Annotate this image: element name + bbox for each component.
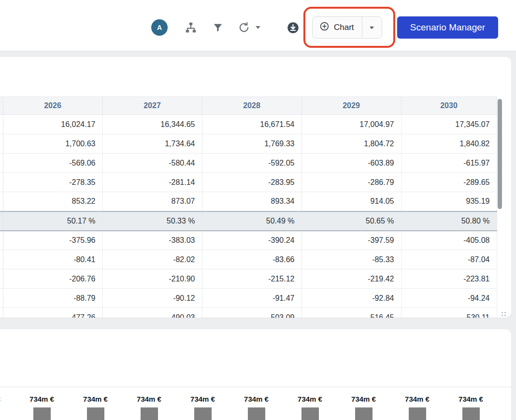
table-row: 853.22873.07893.34914.05935.19: [0, 192, 497, 211]
resize-handle[interactable]: [502, 312, 503, 313]
table-row: 477.26490.03503.09516.45530.11: [0, 308, 497, 318]
table-row: -569.06-580.44-592.05-603.89-615.97: [0, 154, 497, 173]
table-cell: 893.34: [202, 192, 301, 211]
table-card: 20262027202820292030 16,024.1716,344.651…: [0, 57, 511, 318]
table-cell: -592.05: [202, 154, 301, 173]
table-cell: 16,024.17: [3, 115, 102, 134]
bar-value-label: 734m €: [351, 395, 376, 406]
bar-value-label: 734m €: [29, 395, 54, 406]
bar: [33, 407, 51, 420]
table-cell: -615.97: [401, 154, 497, 173]
column-header-2026: 2026: [3, 97, 102, 115]
table-row: -206.76-210.90-215.12-219.42-223.81: [0, 269, 497, 289]
table-cell: -215.12: [202, 269, 301, 289]
bar: [462, 407, 480, 420]
table-cell: -83.66: [202, 250, 301, 269]
chart-split-button: Chart: [312, 16, 382, 39]
table-cell: -289.65: [401, 173, 497, 192]
bar-group: 734m €: [15, 395, 69, 420]
refresh-icon[interactable]: [237, 21, 251, 34]
table-cell: -383.03: [102, 231, 202, 250]
table-body: 16,024.1716,344.6516,671.5417,004.9717,3…: [0, 115, 497, 318]
table-row: 16,024.1716,344.6516,671.5417,004.9717,3…: [0, 115, 497, 134]
table-cell: -580.44: [102, 154, 202, 173]
bar: [301, 407, 319, 420]
hierarchy-icon[interactable]: [184, 21, 198, 34]
table-cell: 17,004.97: [301, 115, 401, 134]
table-cell: -603.89: [301, 154, 401, 173]
bar-group: 734m €: [176, 395, 229, 420]
bar-group: 734m €: [444, 395, 498, 420]
table-cell: -397.59: [301, 231, 401, 250]
table-cell: 50.80 %: [401, 211, 497, 231]
table-cell: 935.19: [401, 192, 497, 211]
table-cell: -283.95: [202, 173, 301, 192]
table-cell: 50.17 %: [3, 211, 102, 231]
chart-button[interactable]: Chart: [313, 17, 362, 38]
scenario-manager-button[interactable]: Scenario Manager: [397, 16, 498, 39]
bar-group: 734m €: [390, 395, 444, 420]
refresh-caret-icon[interactable]: [255, 25, 261, 30]
table-row: -80.41-82.02-83.66-85.33-87.04: [0, 250, 497, 269]
table-cell: 16,671.54: [202, 115, 301, 134]
table-cell: 873.07: [102, 192, 202, 211]
bar-value-label: 734m €: [190, 395, 215, 406]
table-cell: 853.22: [3, 192, 102, 211]
table-header-row: 20262027202820292030: [0, 97, 497, 115]
table-cell: 50.65 %: [301, 211, 401, 231]
vertical-scrollbar[interactable]: [498, 99, 502, 209]
table-row: 1,700.631,734.641,769.331,804.721,840.82: [0, 134, 497, 154]
table-cell: -80.41: [3, 250, 102, 269]
table-cell: -87.04: [401, 250, 497, 269]
chart-dropdown-caret[interactable]: [362, 17, 382, 38]
avatar[interactable]: A: [151, 19, 168, 36]
bar: [409, 407, 426, 420]
table-row: -88.79-90.12-91.47-92.84-94.24: [0, 289, 497, 308]
table-cell: -223.81: [401, 269, 497, 289]
table-cell: 477.26: [3, 308, 102, 318]
table-cell: 503.09: [202, 308, 301, 318]
table-cell: 1,700.63: [3, 134, 102, 154]
table-cell: 17,345.07: [401, 115, 497, 134]
bar: [355, 407, 373, 420]
scenario-manager-label: Scenario Manager: [410, 22, 485, 33]
table-cell: -206.76: [3, 269, 102, 289]
column-header-2029: 2029: [301, 97, 401, 115]
avatar-initial: A: [157, 24, 162, 31]
bar-group: 734m €: [122, 395, 176, 420]
bar: [141, 407, 158, 420]
table-cell: -375.96: [3, 231, 102, 250]
table-cell: 490.03: [102, 308, 202, 318]
table-cell: -210.90: [102, 269, 202, 289]
table-cell: -281.14: [102, 173, 202, 192]
bar-value-label: 734m €: [244, 395, 269, 406]
bar-value-label: 734m €: [298, 395, 322, 406]
table-cell: -405.08: [401, 231, 497, 250]
bar-group: 734m €: [69, 395, 122, 420]
filter-icon[interactable]: [212, 22, 224, 33]
column-header-2030: 2030: [401, 97, 497, 115]
circle-plus-icon: [319, 21, 330, 34]
table-cell: 50.49 %: [202, 211, 301, 231]
bar-group: 734m €: [283, 395, 337, 420]
table-cell: 1,840.82: [401, 134, 497, 154]
bar-chart: 734m €734m €734m €734m €734m €734m €734m…: [0, 395, 498, 420]
column-header-2027: 2027: [102, 97, 202, 115]
table-cell: -82.02: [102, 250, 202, 269]
table-cell: -286.79: [301, 173, 401, 192]
table-cell: 16,344.65: [102, 115, 202, 134]
table-cell: -219.42: [301, 269, 401, 289]
bar-value-label: 734m €: [0, 395, 0, 406]
table-cell: -92.84: [301, 289, 401, 308]
table-cell: -569.06: [3, 154, 102, 173]
bar-group: 734m €: [0, 395, 15, 420]
download-circle-icon[interactable]: [286, 21, 300, 34]
bar: [194, 407, 212, 420]
table-cell: 516.45: [301, 308, 401, 318]
table-cell: -90.12: [102, 289, 202, 308]
table-cell: -390.24: [202, 231, 301, 250]
bar-group: 734m €: [337, 395, 390, 420]
bar: [248, 407, 265, 420]
bar-value-label: 734m €: [137, 395, 161, 406]
table-row: -278.35-281.14-283.95-286.79-289.65: [0, 173, 497, 192]
